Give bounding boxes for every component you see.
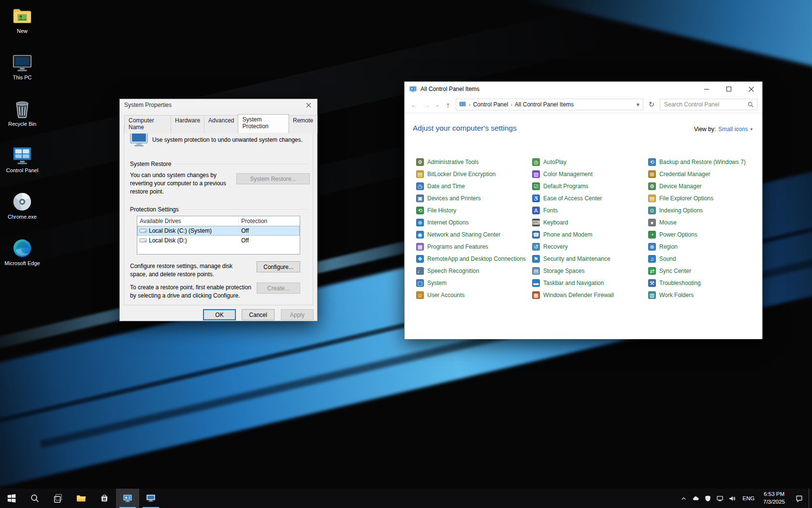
maximize-icon[interactable] [718, 82, 740, 96]
history-chevron-icon[interactable]: ⌄ [435, 102, 440, 107]
action-center-icon[interactable] [789, 489, 809, 508]
cpl-item-recovery[interactable]: ↺Recovery [532, 240, 647, 253]
view-by-caret-icon[interactable]: ▾ [750, 127, 753, 132]
forward-icon[interactable]: → [422, 101, 432, 109]
control-panel-titlebar[interactable]: All Control Panel Items [405, 82, 762, 96]
task-view-button[interactable] [46, 489, 70, 508]
breadcrumb-chevron-icon[interactable]: › [469, 102, 471, 107]
refresh-icon[interactable]: ↻ [646, 100, 657, 109]
breadcrumb-control-panel[interactable]: Control Panel [473, 101, 508, 108]
cpl-item-system[interactable]: ▢System [416, 277, 531, 289]
cpl-item-remoteapp-and-desktop-connections[interactable]: ❖RemoteApp and Desktop Connections [416, 253, 531, 265]
hidden-icons-chevron[interactable] [678, 489, 690, 508]
desktop-icon-new[interactable]: New [2, 5, 43, 45]
cpl-item-work-folders[interactable]: ▥Work Folders [648, 289, 763, 301]
cpl-item-color-management[interactable]: ▧Color Management [532, 168, 647, 180]
cpl-item-bitlocker-drive-encryption[interactable]: ▤BitLocker Drive Encryption [416, 168, 531, 180]
cpl-item-storage-spaces[interactable]: ▤Storage Spaces [532, 265, 647, 277]
cpl-item-fonts[interactable]: AFonts [532, 204, 647, 216]
cpl-item-programs-and-features[interactable]: ▦Programs and Features [416, 240, 531, 253]
cpl-item-region[interactable]: ⊕Region [648, 240, 763, 253]
cpl-item-devices-and-printers[interactable]: ▣Devices and Printers [416, 192, 531, 204]
volume-icon [728, 495, 736, 502]
cpl-item-taskbar-and-navigation[interactable]: ▬Taskbar and Navigation [532, 277, 647, 289]
file-explorer-button[interactable] [70, 489, 93, 508]
show-desktop-button[interactable] [809, 489, 812, 508]
defender-firewall-icon: ▦ [532, 291, 540, 299]
cpl-item-windows-defender-firewall[interactable]: ▦Windows Defender Firewall [532, 289, 647, 301]
breadcrumb-chevron-icon[interactable]: › [510, 102, 512, 107]
address-bar[interactable]: › Control Panel › All Control Panel Item… [456, 99, 643, 110]
cpl-item-power-options[interactable]: ◔Power Options [648, 228, 763, 240]
security-tray-icon[interactable] [702, 489, 714, 508]
tab-computer-name[interactable]: Computer Name [124, 115, 171, 134]
breadcrumb-all-items[interactable]: All Control Panel Items [515, 101, 574, 108]
file-history-icon: ⟲ [416, 207, 424, 214]
system-protection-intro: Use system protection to undo unwanted s… [152, 136, 308, 143]
cpl-item-network-and-sharing-center[interactable]: ◉Network and Sharing Center [416, 228, 531, 240]
cpl-item-keyboard[interactable]: ⌨Keyboard [532, 216, 647, 228]
view-by-value[interactable]: Small icons [718, 126, 748, 133]
back-icon[interactable]: ← [409, 101, 419, 109]
search-button[interactable] [23, 489, 46, 508]
cpl-item-speech-recognition[interactable]: ♩Speech Recognition [416, 265, 531, 277]
configure-button[interactable]: Configure... [257, 261, 300, 272]
cpl-item-troubleshooting[interactable]: ⚒Troubleshooting [648, 277, 763, 289]
cpl-item-credential-manager[interactable]: ⊞Credential Manager [648, 168, 763, 180]
close-icon[interactable] [740, 82, 762, 96]
control-panel-app-button[interactable] [116, 489, 139, 508]
onedrive-tray-icon[interactable] [690, 489, 702, 508]
cpl-item-ease-of-access-center[interactable]: ♿Ease of Access Center [532, 192, 647, 204]
control-panel-column-2: ◎AutoPlay▧Color Management☑Default Progr… [532, 156, 647, 301]
ok-button[interactable]: OK [203, 309, 236, 320]
search-box[interactable] [660, 99, 757, 110]
cpl-item-file-history[interactable]: ⟲File History [416, 204, 531, 216]
system-properties-window: System Properties Computer NameHardwareA… [119, 99, 318, 321]
cpl-item-device-manager[interactable]: ⚙Device Manager [648, 180, 763, 192]
tab-advanced[interactable]: Advanced [204, 115, 238, 134]
taskbar-clock[interactable]: 6:53 PM 7/3/2025 [759, 489, 789, 508]
desktop-icon-recycle-bin[interactable]: Recycle Bin [2, 98, 43, 137]
cpl-item-user-accounts[interactable]: ☺User Accounts [416, 289, 531, 301]
cpl-item-indexing-options[interactable]: ⊙Indexing Options [648, 204, 763, 216]
cpl-item-sync-center[interactable]: ⇄Sync Center [648, 265, 763, 277]
tab-system-protection[interactable]: System Protection [238, 114, 289, 133]
minimize-icon[interactable] [696, 82, 718, 96]
desktop-icon-this-pc[interactable]: This PC [2, 51, 43, 91]
store-button[interactable] [93, 489, 116, 508]
cpl-item-phone-and-modem[interactable]: ☎Phone and Modem [532, 228, 647, 240]
control-panel-window-title: All Control Panel Items [420, 86, 479, 92]
search-input[interactable] [663, 101, 747, 108]
cpl-item-backup-and-restore-windows-7[interactable]: ⟲Backup and Restore (Windows 7) [648, 156, 763, 168]
cpl-item-internet-options[interactable]: ⊕Internet Options [416, 216, 531, 228]
start-button[interactable] [0, 489, 23, 508]
desktop-icon-control-panel[interactable]: Control Panel [2, 144, 43, 184]
cpl-item-mouse[interactable]: ●Mouse [648, 216, 763, 228]
cpl-item-date-and-time[interactable]: ◷Date and Time [416, 180, 531, 192]
cpl-item-sound[interactable]: ♫Sound [648, 253, 763, 265]
cpl-item-file-explorer-options[interactable]: ▤File Explorer Options [648, 192, 763, 204]
volume-tray-icon[interactable] [726, 489, 738, 508]
system-restore-button[interactable]: System Restore... [236, 173, 310, 184]
cancel-button[interactable]: Cancel [242, 309, 275, 320]
system-properties-titlebar[interactable]: System Properties [120, 99, 317, 111]
desktop-icon-chrome-exe[interactable]: Chrome.exe [2, 191, 43, 230]
apply-button[interactable]: Apply [281, 309, 314, 320]
tab-hardware[interactable]: Hardware [171, 115, 204, 134]
tab-remote[interactable]: Remote [289, 115, 318, 134]
drive-row-local-disk-c-system[interactable]: Local Disk (C:) (System)Off [137, 226, 300, 236]
language-indicator[interactable]: ENG [738, 489, 759, 508]
cpl-item-autoplay[interactable]: ◎AutoPlay [532, 156, 647, 168]
drive-row-local-disk-d[interactable]: Local Disk (D:)Off [137, 236, 300, 245]
cpl-item-default-programs[interactable]: ☑Default Programs [532, 180, 647, 192]
protection-drives-list: Available DrivesProtectionLocal Disk (C:… [137, 216, 300, 254]
cpl-item-security-and-maintenance[interactable]: ⚑Security and Maintenance [532, 253, 647, 265]
cpl-item-administrative-tools[interactable]: ⚙Administrative Tools [416, 156, 531, 168]
desktop-icon-microsoft-edge[interactable]: Microsoft Edge [2, 237, 43, 277]
network-tray-icon[interactable] [714, 489, 726, 508]
system-properties-app-button[interactable] [139, 489, 162, 508]
address-dropdown-icon[interactable]: ▼ [636, 102, 640, 107]
create-button[interactable]: Create... [257, 283, 300, 294]
close-icon[interactable] [300, 99, 317, 111]
up-icon[interactable]: ↑ [443, 101, 453, 109]
